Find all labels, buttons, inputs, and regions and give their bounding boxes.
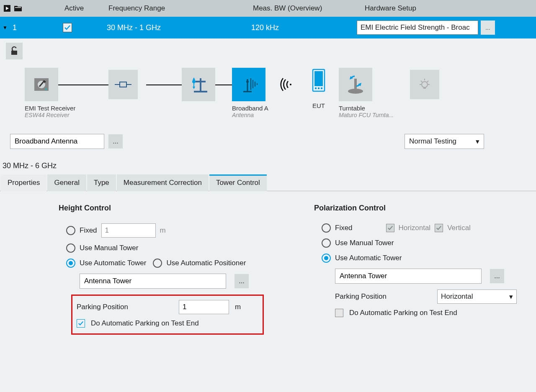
pol-auto-parking-checkbox[interactable] xyxy=(335,309,343,317)
height-tower-name-input[interactable] xyxy=(80,274,226,289)
height-tower-menu-button[interactable]: ... xyxy=(234,274,249,288)
lightbulb-node[interactable] xyxy=(410,70,439,99)
svg-rect-28 xyxy=(321,87,322,89)
signal-flow-diagram: EMI Test Receiver ESW44 Receiver Broadba… xyxy=(0,38,536,149)
svg-point-33 xyxy=(422,82,428,87)
tabs-row: Properties General Type Measurement Corr… xyxy=(0,174,536,191)
height-fixed-input[interactable] xyxy=(101,223,156,238)
turntable-node[interactable]: Turntable Maturo FCU Turnta... xyxy=(339,68,393,118)
pol-tower-menu-button[interactable]: ... xyxy=(490,269,504,283)
header-bar: Active Frequency Range Meas. BW (Overvie… xyxy=(0,0,536,17)
svg-line-38 xyxy=(421,81,422,82)
device-menu-button[interactable]: ... xyxy=(108,134,123,149)
svg-point-18 xyxy=(246,80,249,83)
height-manual-radio[interactable] xyxy=(66,243,75,253)
testing-mode-select[interactable]: Normal Testing ▾ xyxy=(405,134,484,149)
full-frequency-range: 30 MHz - 6 GHz xyxy=(3,161,536,170)
svg-rect-8 xyxy=(120,82,126,87)
antenna-node[interactable]: Broadband A Antenna xyxy=(232,68,268,118)
frequency-range-value: 30 MHz - 1 GHz xyxy=(107,23,251,32)
svg-rect-25 xyxy=(314,71,323,86)
svg-point-13 xyxy=(192,80,196,83)
chevron-down-icon: ▾ xyxy=(509,292,513,301)
eut-node[interactable]: EUT xyxy=(309,68,328,109)
pol-fixed-radio[interactable] xyxy=(322,223,331,233)
device-name-input[interactable] xyxy=(10,134,104,149)
svg-rect-27 xyxy=(318,87,320,89)
receiver-node[interactable]: EMI Test Receiver ESW44 Receiver xyxy=(25,68,75,118)
svg-marker-14 xyxy=(193,87,195,89)
header-active-label: Active xyxy=(64,4,108,13)
pol-parking-select[interactable]: Horizontal ▾ xyxy=(437,290,517,304)
pol-tower-name-input[interactable] xyxy=(335,269,482,284)
tab-measurement-correction[interactable]: Measurement Correction xyxy=(117,174,209,191)
row-number: 1 xyxy=(13,23,17,32)
tower-node[interactable] xyxy=(182,68,215,101)
pol-manual-radio[interactable] xyxy=(322,238,331,248)
pol-vertical-checkbox[interactable] xyxy=(435,224,443,232)
chevron-down-icon: ▾ xyxy=(476,137,479,146)
pol-parking-label: Parking Position xyxy=(335,292,431,301)
header-bw-label: Meas. BW (Overview) xyxy=(253,4,365,13)
height-auto-positioner-radio[interactable] xyxy=(153,259,162,268)
auto-parking-checkbox[interactable] xyxy=(77,319,85,328)
lock-icon[interactable] xyxy=(6,43,23,59)
parking-position-label: Parking Position xyxy=(77,303,173,311)
run-icon[interactable] xyxy=(3,4,12,13)
svg-rect-34 xyxy=(423,87,426,89)
svg-rect-26 xyxy=(315,87,317,89)
tab-type[interactable]: Type xyxy=(87,174,116,191)
height-control-section: Height Control Fixed m Use Manual Tower … xyxy=(59,204,272,335)
height-auto-tower-radio[interactable] xyxy=(66,259,75,268)
parking-highlight-box: Parking Position m Do Automatic Parking … xyxy=(71,295,264,335)
header-hw-label: Hardware Setup xyxy=(365,4,533,13)
header-freq-label: Frequency Range xyxy=(108,4,253,13)
frequency-row[interactable]: ▼ 1 30 MHz - 1 GHz 120 kHz ... xyxy=(0,17,536,38)
tower-control-panel: Height Control Fixed m Use Manual Tower … xyxy=(0,191,536,351)
svg-point-6 xyxy=(45,88,47,90)
tab-tower-control[interactable]: Tower Control xyxy=(209,174,267,191)
hardware-setup-input[interactable] xyxy=(357,20,478,35)
height-fixed-radio[interactable] xyxy=(66,226,75,235)
active-checkbox[interactable] xyxy=(63,23,72,32)
svg-line-39 xyxy=(427,81,428,82)
tab-general[interactable]: General xyxy=(47,174,86,191)
svg-marker-15 xyxy=(193,77,195,80)
expand-triangle-icon[interactable]: ▼ xyxy=(3,25,8,31)
pol-auto-tower-radio[interactable] xyxy=(322,254,331,263)
polarization-control-section: Polarization Control Fixed Horizontal Ve… xyxy=(314,204,528,335)
svg-point-23 xyxy=(290,84,291,85)
folder-icon[interactable] xyxy=(13,4,23,13)
radio-waves-icon xyxy=(278,76,295,96)
polarization-title: Polarization Control xyxy=(314,204,528,213)
hardware-setup-menu-button[interactable]: ... xyxy=(481,20,495,35)
bandwidth-value: 120 kHz xyxy=(251,23,357,32)
svg-rect-30 xyxy=(354,79,357,91)
height-control-title: Height Control xyxy=(59,204,272,213)
attenuator-node[interactable] xyxy=(108,70,138,99)
parking-position-input[interactable] xyxy=(179,300,229,314)
tab-properties[interactable]: Properties xyxy=(1,174,46,191)
pol-horizontal-checkbox[interactable] xyxy=(386,224,394,232)
